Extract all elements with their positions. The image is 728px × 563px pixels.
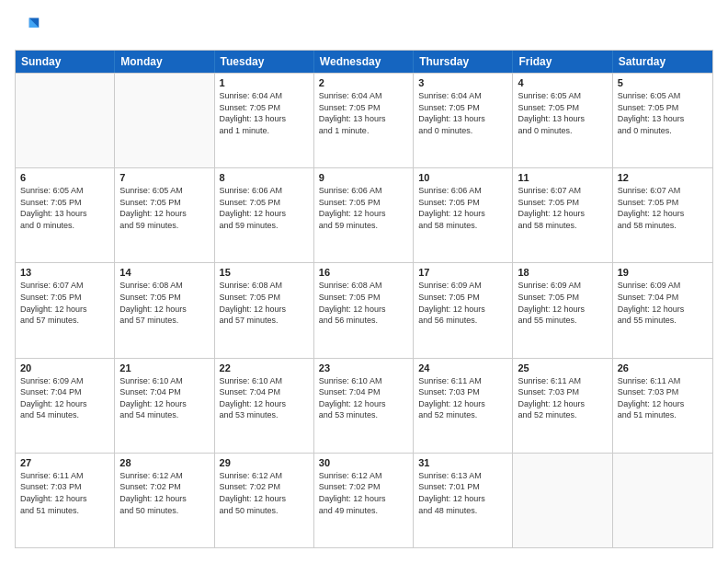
weekday-header-wednesday: Wednesday	[314, 51, 414, 73]
calendar-cell-0-6: 5Sunrise: 6:05 AM Sunset: 7:05 PM Daylig…	[613, 74, 712, 167]
day-info: Sunrise: 6:04 AM Sunset: 7:05 PM Dayligh…	[220, 90, 309, 136]
day-info: Sunrise: 6:13 AM Sunset: 7:01 PM Dayligh…	[418, 470, 507, 516]
calendar-cell-4-1: 28Sunrise: 6:12 AM Sunset: 7:02 PM Dayli…	[115, 454, 214, 547]
day-number: 2	[319, 77, 408, 88]
day-info: Sunrise: 6:09 AM Sunset: 7:05 PM Dayligh…	[418, 280, 507, 326]
calendar-cell-1-3: 9Sunrise: 6:06 AM Sunset: 7:05 PM Daylig…	[314, 168, 414, 262]
calendar-row-0: 1Sunrise: 6:04 AM Sunset: 7:05 PM Daylig…	[16, 73, 712, 167]
calendar-row-4: 27Sunrise: 6:11 AM Sunset: 7:03 PM Dayli…	[16, 453, 712, 547]
calendar-row-2: 13Sunrise: 6:07 AM Sunset: 7:05 PM Dayli…	[16, 262, 712, 357]
calendar-cell-4-4: 31Sunrise: 6:13 AM Sunset: 7:01 PM Dayli…	[414, 454, 513, 547]
day-number: 8	[220, 172, 309, 183]
day-info: Sunrise: 6:12 AM Sunset: 7:02 PM Dayligh…	[319, 470, 408, 516]
calendar-cell-3-2: 22Sunrise: 6:10 AM Sunset: 7:04 PM Dayli…	[215, 359, 314, 453]
day-info: Sunrise: 6:12 AM Sunset: 7:02 PM Dayligh…	[220, 470, 309, 516]
calendar-cell-3-6: 26Sunrise: 6:11 AM Sunset: 7:03 PM Dayli…	[613, 359, 712, 453]
day-number: 31	[418, 457, 507, 468]
day-info: Sunrise: 6:06 AM Sunset: 7:05 PM Dayligh…	[319, 185, 408, 231]
day-info: Sunrise: 6:04 AM Sunset: 7:05 PM Dayligh…	[418, 90, 507, 136]
day-number: 5	[618, 77, 708, 88]
day-info: Sunrise: 6:09 AM Sunset: 7:04 PM Dayligh…	[20, 375, 109, 421]
calendar-cell-1-6: 12Sunrise: 6:07 AM Sunset: 7:05 PM Dayli…	[613, 168, 712, 262]
day-number: 16	[319, 267, 408, 278]
calendar-cell-4-3: 30Sunrise: 6:12 AM Sunset: 7:02 PM Dayli…	[314, 454, 414, 547]
calendar-cell-2-1: 14Sunrise: 6:08 AM Sunset: 7:05 PM Dayli…	[115, 263, 214, 357]
calendar-cell-0-3: 2Sunrise: 6:04 AM Sunset: 7:05 PM Daylig…	[314, 74, 414, 167]
calendar-cell-2-2: 15Sunrise: 6:08 AM Sunset: 7:05 PM Dayli…	[215, 263, 314, 357]
weekday-header-thursday: Thursday	[414, 51, 513, 73]
day-info: Sunrise: 6:11 AM Sunset: 7:03 PM Dayligh…	[618, 375, 708, 421]
day-info: Sunrise: 6:05 AM Sunset: 7:05 PM Dayligh…	[518, 90, 607, 136]
day-info: Sunrise: 6:11 AM Sunset: 7:03 PM Dayligh…	[20, 470, 109, 516]
day-info: Sunrise: 6:09 AM Sunset: 7:04 PM Dayligh…	[618, 280, 708, 326]
day-number: 12	[618, 172, 708, 183]
calendar-cell-4-0: 27Sunrise: 6:11 AM Sunset: 7:03 PM Dayli…	[16, 454, 115, 547]
day-number: 13	[20, 267, 109, 278]
calendar-cell-4-5	[513, 454, 612, 547]
day-info: Sunrise: 6:12 AM Sunset: 7:02 PM Dayligh…	[119, 470, 209, 516]
day-number: 26	[618, 362, 708, 373]
calendar-cell-2-0: 13Sunrise: 6:07 AM Sunset: 7:05 PM Dayli…	[16, 263, 115, 357]
day-number: 28	[119, 457, 209, 468]
day-number: 14	[119, 267, 209, 278]
logo	[15, 15, 44, 40]
day-number: 21	[119, 362, 209, 373]
weekday-header-monday: Monday	[115, 51, 214, 73]
day-number: 20	[20, 362, 109, 373]
calendar-cell-3-3: 23Sunrise: 6:10 AM Sunset: 7:04 PM Dayli…	[314, 359, 414, 453]
calendar-cell-1-4: 10Sunrise: 6:06 AM Sunset: 7:05 PM Dayli…	[414, 168, 513, 262]
calendar-cell-0-1	[115, 74, 214, 167]
calendar-row-1: 6Sunrise: 6:05 AM Sunset: 7:05 PM Daylig…	[16, 167, 712, 262]
day-number: 22	[220, 362, 309, 373]
logo-icon	[15, 15, 40, 40]
calendar-cell-0-0	[16, 74, 115, 167]
day-info: Sunrise: 6:10 AM Sunset: 7:04 PM Dayligh…	[220, 375, 309, 421]
day-info: Sunrise: 6:10 AM Sunset: 7:04 PM Dayligh…	[319, 375, 408, 421]
day-info: Sunrise: 6:08 AM Sunset: 7:05 PM Dayligh…	[119, 280, 209, 326]
calendar-cell-3-5: 25Sunrise: 6:11 AM Sunset: 7:03 PM Dayli…	[513, 359, 612, 453]
calendar-cell-0-5: 4Sunrise: 6:05 AM Sunset: 7:05 PM Daylig…	[513, 74, 612, 167]
weekday-header-tuesday: Tuesday	[215, 51, 314, 73]
day-number: 30	[319, 457, 408, 468]
day-info: Sunrise: 6:08 AM Sunset: 7:05 PM Dayligh…	[220, 280, 309, 326]
calendar: SundayMondayTuesdayWednesdayThursdayFrid…	[15, 50, 713, 548]
day-number: 4	[518, 77, 607, 88]
day-number: 11	[518, 172, 607, 183]
day-number: 6	[20, 172, 109, 183]
calendar-cell-2-6: 19Sunrise: 6:09 AM Sunset: 7:04 PM Dayli…	[613, 263, 712, 357]
day-info: Sunrise: 6:11 AM Sunset: 7:03 PM Dayligh…	[518, 375, 607, 421]
day-info: Sunrise: 6:05 AM Sunset: 7:05 PM Dayligh…	[618, 90, 708, 136]
calendar-header: SundayMondayTuesdayWednesdayThursdayFrid…	[16, 51, 712, 73]
calendar-cell-2-5: 18Sunrise: 6:09 AM Sunset: 7:05 PM Dayli…	[513, 263, 612, 357]
header	[15, 15, 713, 40]
weekday-header-saturday: Saturday	[613, 51, 712, 73]
calendar-cell-2-3: 16Sunrise: 6:08 AM Sunset: 7:05 PM Dayli…	[314, 263, 414, 357]
weekday-header-sunday: Sunday	[16, 51, 115, 73]
day-info: Sunrise: 6:06 AM Sunset: 7:05 PM Dayligh…	[220, 185, 309, 231]
day-number: 7	[119, 172, 209, 183]
day-info: Sunrise: 6:07 AM Sunset: 7:05 PM Dayligh…	[20, 280, 109, 326]
day-number: 17	[418, 267, 507, 278]
calendar-cell-1-2: 8Sunrise: 6:06 AM Sunset: 7:05 PM Daylig…	[215, 168, 314, 262]
day-info: Sunrise: 6:09 AM Sunset: 7:05 PM Dayligh…	[518, 280, 607, 326]
calendar-cell-1-0: 6Sunrise: 6:05 AM Sunset: 7:05 PM Daylig…	[16, 168, 115, 262]
day-number: 15	[220, 267, 309, 278]
day-info: Sunrise: 6:10 AM Sunset: 7:04 PM Dayligh…	[119, 375, 209, 421]
day-info: Sunrise: 6:11 AM Sunset: 7:03 PM Dayligh…	[418, 375, 507, 421]
calendar-cell-4-6	[613, 454, 712, 547]
calendar-cell-1-5: 11Sunrise: 6:07 AM Sunset: 7:05 PM Dayli…	[513, 168, 612, 262]
day-info: Sunrise: 6:05 AM Sunset: 7:05 PM Dayligh…	[119, 185, 209, 231]
calendar-cell-3-4: 24Sunrise: 6:11 AM Sunset: 7:03 PM Dayli…	[414, 359, 513, 453]
day-number: 23	[319, 362, 408, 373]
day-info: Sunrise: 6:05 AM Sunset: 7:05 PM Dayligh…	[20, 185, 109, 231]
day-number: 25	[518, 362, 607, 373]
day-info: Sunrise: 6:06 AM Sunset: 7:05 PM Dayligh…	[418, 185, 507, 231]
calendar-row-3: 20Sunrise: 6:09 AM Sunset: 7:04 PM Dayli…	[16, 358, 712, 453]
page: SundayMondayTuesdayWednesdayThursdayFrid…	[0, 0, 728, 563]
day-info: Sunrise: 6:07 AM Sunset: 7:05 PM Dayligh…	[618, 185, 708, 231]
day-info: Sunrise: 6:07 AM Sunset: 7:05 PM Dayligh…	[518, 185, 607, 231]
calendar-cell-3-0: 20Sunrise: 6:09 AM Sunset: 7:04 PM Dayli…	[16, 359, 115, 453]
calendar-cell-0-4: 3Sunrise: 6:04 AM Sunset: 7:05 PM Daylig…	[414, 74, 513, 167]
calendar-cell-0-2: 1Sunrise: 6:04 AM Sunset: 7:05 PM Daylig…	[215, 74, 314, 167]
day-number: 18	[518, 267, 607, 278]
